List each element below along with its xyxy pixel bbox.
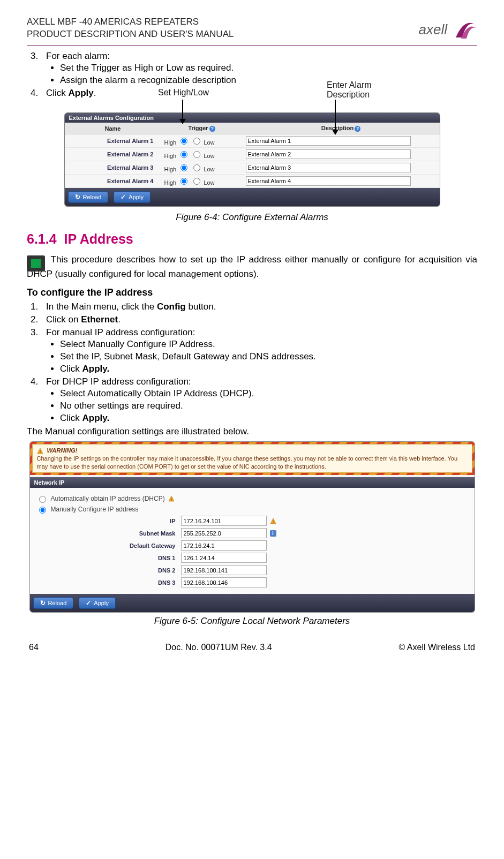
desc-input[interactable] [246,163,411,172]
alarm-name: External Alarm 1 [65,134,161,148]
label-high: High [164,153,177,159]
header-line2: PRODUCT DESCRIPTION AND USER'S MANUAL [27,28,234,41]
label-low: Low [204,139,214,146]
copyright: © Axell Wireless Ltd [398,643,475,652]
apply-button[interactable]: ✓Apply [114,191,151,203]
trigger-cell: High Low [161,175,243,188]
label-high: High [164,139,177,146]
desc-input[interactable] [246,176,411,186]
desc-input[interactable] [246,149,411,159]
ip-row: IP ! [36,516,468,526]
check-icon: ✓ [121,193,126,201]
gateway-row: Default Gateway [36,540,468,551]
s4-bullet3: Click Apply. [60,413,477,424]
apply-label: Apply [129,194,144,200]
radio-dhcp[interactable] [39,496,46,503]
page-number: 64 [29,643,39,652]
section-intro-text: This procedure describes how to set up t… [27,254,477,279]
logo: axell [419,16,477,43]
ethernet-port-icon [27,255,45,272]
procedure-list: In the Main menu, click the Config butto… [27,302,477,424]
trigger-cell: High Low [161,161,243,175]
radio-high[interactable] [180,138,187,145]
alarm-name: External Alarm 2 [65,148,161,161]
anno-right-l1: Enter Alarm [327,80,372,89]
table-row: External Alarm 2 High Low [65,148,440,161]
gateway-input[interactable] [181,540,267,551]
ip-label: IP [36,518,181,524]
network-ip-title: Network IP [30,477,475,488]
arrow-right-icon [332,100,338,135]
anno-right-l2: Description [327,90,370,99]
svg-text:!: ! [171,497,172,502]
help-icon[interactable]: ? [355,126,360,132]
radio-low[interactable] [193,151,200,158]
dns3-input[interactable] [181,577,267,587]
warning-icon: ! [168,495,175,502]
network-ip-panel: ! WARNING! Changing the IP settings on t… [29,441,475,613]
panel-buttons: ↻Reload ✓Apply [65,188,440,206]
table-row: External Alarm 3 High Low [65,161,440,175]
desc-input[interactable] [246,136,411,146]
s3-bullet1: Select Manually Configure IP Address. [60,339,477,350]
proc-step-3: For manual IP address configuration: Sel… [41,327,477,374]
trigger-cell: High Low [161,148,243,161]
step3-bullet2: Assign the alarm a recognizable descript… [60,75,477,86]
dns3-label: DNS 3 [36,579,181,586]
info-icon[interactable]: i [270,530,276,537]
page-footer: 64 Doc. No. 00071UM Rev. 3.4 © Axell Wir… [27,643,477,652]
radio-low[interactable] [193,138,200,145]
apply-button[interactable]: ✓Apply [79,597,116,609]
anno-set-high-low: Set High/Low [158,88,209,97]
arrow-left-icon [179,100,186,124]
dns3-row: DNS 3 [36,577,468,587]
th-desc: Description? [243,123,440,134]
step3-intro: For each alarm: [46,51,110,61]
reload-button[interactable]: ↻Reload [33,597,74,609]
dns2-input[interactable] [181,565,267,575]
section-title: IP Address [64,231,133,246]
dns1-label: DNS 1 [36,555,181,561]
anno-enter-description: Enter Alarm Description [327,80,372,100]
gateway-label: Default Gateway [36,542,181,549]
reload-button[interactable]: ↻Reload [68,191,109,203]
dns1-row: DNS 1 [36,553,468,563]
radio-high[interactable] [180,151,187,158]
table-row: External Alarm 1 High Low [65,134,440,148]
page-header: AXELL MBF -40 AMERICAS REPEATERS PRODUCT… [27,16,477,46]
panel-title: External Alarms Configuration [65,113,440,123]
section-number: 6.1.4 [27,231,57,246]
external-alarms-table: Name Trigger? Description? External Alar… [65,123,440,188]
manual-option-row: Manually Configure IP address [36,505,468,514]
help-icon[interactable]: ? [209,126,215,132]
label-high: High [164,179,177,186]
warning-icon: ! [270,518,276,524]
mask-input[interactable] [181,528,267,538]
label-low: Low [204,153,214,159]
svg-marker-1 [179,119,186,124]
warning-body: Changing the IP settings on the controll… [37,455,458,470]
radio-high[interactable] [180,164,187,171]
reload-label: Reload [83,194,102,200]
warning-banner: ! WARNING! Changing the IP settings on t… [30,442,475,476]
section-heading: 6.1.4 IP Address [27,231,477,247]
radio-manual[interactable] [39,507,46,514]
figure-annotations: Set High/Low Enter Alarm Description [27,87,477,112]
s4-bullet2: No other settings are required. [60,401,477,411]
panel-buttons: ↻Reload ✓Apply [30,594,475,612]
radio-low[interactable] [193,164,200,171]
alarm-name: External Alarm 4 [65,175,161,188]
ip-input[interactable] [181,516,267,526]
table-row: External Alarm 4 High Low [65,175,440,188]
dns1-input[interactable] [181,553,267,563]
radio-low[interactable] [193,178,200,185]
radio-high[interactable] [180,178,187,185]
mask-row: Subnet Mask i [36,528,468,538]
figure-caption-2: Figure 6-5: Configure Local Network Para… [27,616,477,627]
mask-label: Subnet Mask [36,530,181,537]
proc-step-4: For DHCP IP address configuration: Selec… [41,376,477,424]
step3-bullet1: Set the Trigger as High or Low as requir… [60,63,477,73]
s3-bullet3: Click Apply. [60,364,477,374]
label-low: Low [204,179,214,186]
svg-marker-3 [332,130,338,135]
